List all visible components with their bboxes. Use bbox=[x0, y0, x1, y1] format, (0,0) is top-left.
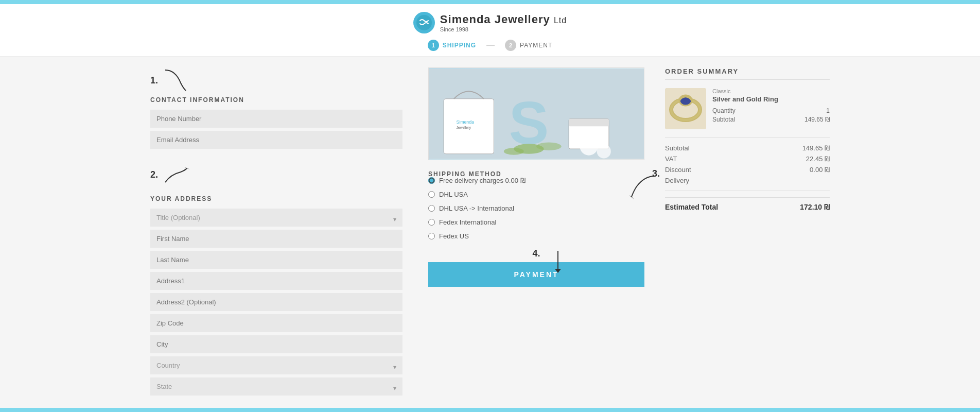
logo-name: Simenda Jewellery Ltd bbox=[440, 13, 567, 26]
annotation-3: 3. bbox=[652, 168, 660, 179]
svg-point-14 bbox=[597, 144, 611, 158]
address-title: YOUR ADDRESS bbox=[150, 195, 402, 202]
svg-point-0 bbox=[416, 15, 432, 30]
annotation-2: 2. bbox=[150, 164, 191, 185]
vat-label: VAT bbox=[665, 155, 677, 163]
step-1-num: 1 bbox=[428, 40, 439, 51]
svg-marker-16 bbox=[555, 269, 561, 273]
svg-point-12 bbox=[504, 148, 524, 155]
shipping-method-section: SHIPPING METHOD 3. Free delivery charges… bbox=[428, 170, 644, 243]
summary-subtotal-row: Subtotal 149.65 ₪ bbox=[665, 144, 830, 152]
summary-discount-row: Discount 0.00 ₪ bbox=[665, 166, 830, 174]
annotation-4: 4. bbox=[532, 248, 540, 259]
summary-divider-2 bbox=[665, 191, 830, 191]
vat-value: 22.45 ₪ bbox=[806, 155, 830, 163]
quantity-label: Quantity bbox=[712, 107, 736, 114]
title-select-wrapper: Title (Optional) bbox=[150, 209, 402, 230]
product-subtotal-label: Subtotal bbox=[712, 116, 735, 123]
svg-point-11 bbox=[536, 142, 562, 150]
product-details: Classic Silver and Gold Ring Quantity 1 … bbox=[712, 88, 830, 129]
shipping-option-fedex-us: Fedex US bbox=[428, 229, 644, 243]
shipping-options: Free delivery charges 0.00 ₪DHL USADHL U… bbox=[428, 174, 644, 243]
main-content: 1. CONTACT INFORMATION 2. Y bbox=[135, 57, 845, 409]
annotation-1: 1. bbox=[150, 67, 191, 93]
product-row: Classic Silver and Gold Ring Quantity 1 … bbox=[665, 88, 830, 129]
step-2-label: PAYMENT bbox=[520, 42, 552, 49]
discount-label: Discount bbox=[665, 166, 691, 174]
shipping-radio-fedex-intl[interactable] bbox=[428, 219, 435, 226]
step-payment: 2 PAYMENT bbox=[505, 40, 552, 51]
order-summary-title: ORDER SUMMARY bbox=[665, 67, 830, 80]
svg-text:Simenda: Simenda bbox=[456, 119, 474, 125]
shipping-label-dhl-intl: DHL USA -> International bbox=[439, 204, 514, 212]
zipcode-input[interactable] bbox=[150, 314, 402, 332]
address1-input[interactable] bbox=[150, 272, 402, 290]
shipping-radio-free[interactable] bbox=[428, 177, 435, 184]
contact-title: CONTACT INFORMATION bbox=[150, 96, 402, 104]
left-panel: 1. CONTACT INFORMATION 2. Y bbox=[150, 67, 418, 399]
summary-divider-1 bbox=[665, 138, 830, 138]
shipping-radio-fedex-us[interactable] bbox=[428, 233, 435, 239]
top-bar bbox=[0, 0, 980, 4]
product-quantity-row: Quantity 1 bbox=[712, 107, 830, 114]
hero-image: Simenda Jewellery S bbox=[428, 67, 644, 160]
summary-delivery-row: Delivery bbox=[665, 177, 830, 184]
logo-icon bbox=[413, 12, 435, 33]
svg-point-13 bbox=[580, 138, 598, 156]
discount-value: 0.00 ₪ bbox=[810, 166, 830, 174]
address2-input[interactable] bbox=[150, 293, 402, 311]
step-1-label: SHIPPING bbox=[443, 42, 476, 49]
country-select-wrapper: Country bbox=[150, 356, 402, 377]
quantity-value: 1 bbox=[826, 107, 830, 114]
subtotal-label: Subtotal bbox=[665, 144, 690, 152]
email-input[interactable] bbox=[150, 131, 402, 149]
svg-text:Jewellery: Jewellery bbox=[456, 126, 471, 130]
product-subtotal-value: 149.65 ₪ bbox=[804, 116, 830, 123]
shipping-label-dhl-usa: DHL USA bbox=[439, 191, 468, 198]
firstname-input[interactable] bbox=[150, 230, 402, 248]
estimated-value: 172.10 ₪ bbox=[800, 203, 830, 211]
svg-marker-2 bbox=[184, 167, 190, 169]
center-panel: Simenda Jewellery S SHIPPING METHOD bbox=[418, 67, 655, 399]
state-select[interactable]: State bbox=[150, 377, 402, 396]
summary-vat-row: VAT 22.45 ₪ bbox=[665, 155, 830, 163]
product-name: Silver and Gold Ring bbox=[712, 95, 830, 103]
estimated-label: Estimated Total bbox=[665, 203, 718, 211]
logo-area: Simenda Jewellery Ltd Since 1998 bbox=[0, 12, 980, 33]
country-select[interactable]: Country bbox=[150, 356, 402, 374]
step-shipping: 1 SHIPPING bbox=[428, 40, 476, 51]
steps-nav: 1 SHIPPING — 2 PAYMENT bbox=[0, 40, 980, 51]
shipping-option-dhl-intl: DHL USA -> International bbox=[428, 201, 644, 215]
lastname-input[interactable] bbox=[150, 251, 402, 269]
logo-since: Since 1998 bbox=[440, 26, 567, 32]
step-separator: — bbox=[486, 41, 495, 50]
step-2-num: 2 bbox=[505, 40, 516, 51]
shipping-radio-dhl-usa[interactable] bbox=[428, 191, 435, 198]
shipping-radio-dhl-intl[interactable] bbox=[428, 205, 435, 212]
subtotal-value: 149.65 ₪ bbox=[802, 144, 830, 152]
shipping-label-fedex-us: Fedex US bbox=[439, 232, 469, 240]
contact-section: CONTACT INFORMATION bbox=[150, 96, 402, 152]
product-category: Classic bbox=[712, 88, 830, 94]
header: Simenda Jewellery Ltd Since 1998 1 SHIPP… bbox=[0, 4, 980, 57]
product-thumbnail bbox=[665, 88, 706, 129]
shipping-label-fedex-intl: Fedex International bbox=[439, 218, 496, 226]
shipping-label-free: Free delivery charges 0.00 ₪ bbox=[439, 177, 526, 184]
right-panel: ORDER SUMMARY bbox=[655, 67, 830, 399]
payment-button[interactable]: PAYMENT bbox=[428, 262, 644, 287]
phone-input[interactable] bbox=[150, 110, 402, 128]
city-input[interactable] bbox=[150, 335, 402, 353]
address-section: YOUR ADDRESS Title (Optional) Country St… bbox=[150, 195, 402, 399]
state-select-wrapper: State bbox=[150, 377, 402, 399]
logo-text: Simenda Jewellery Ltd Since 1998 bbox=[440, 13, 567, 32]
product-subtotal-row: Subtotal 149.65 ₪ bbox=[712, 116, 830, 123]
shipping-option-fedex-intl: Fedex International bbox=[428, 215, 644, 229]
svg-rect-9 bbox=[569, 119, 609, 127]
delivery-label: Delivery bbox=[665, 177, 689, 184]
title-select[interactable]: Title (Optional) bbox=[150, 209, 402, 227]
order-summary: ORDER SUMMARY bbox=[665, 67, 830, 211]
summary-total-row: Estimated Total 172.10 ₪ bbox=[665, 197, 830, 211]
bottom-bar bbox=[0, 408, 980, 409]
shipping-option-dhl-usa: DHL USA bbox=[428, 187, 644, 201]
